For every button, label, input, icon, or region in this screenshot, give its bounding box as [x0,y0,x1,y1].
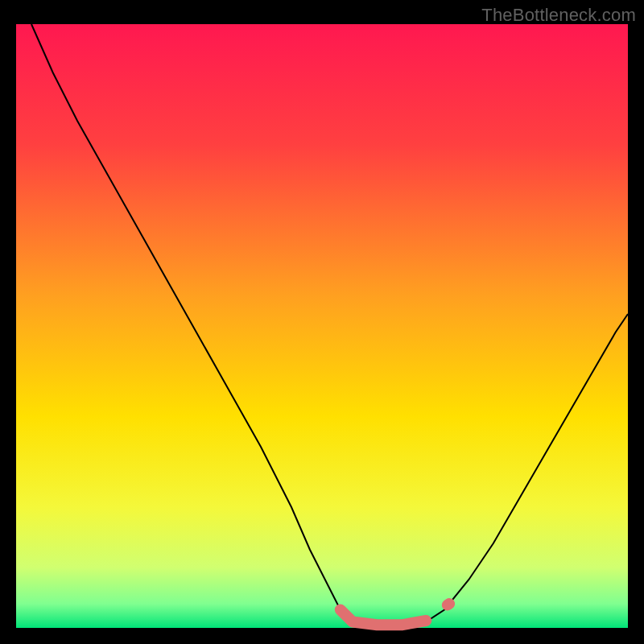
chart-svg [0,0,644,644]
plot-background [16,24,628,628]
chart-stage: TheBottleneck.com [0,0,644,644]
watermark-text: TheBottleneck.com [481,5,636,26]
series-trough-right-dot [448,604,449,605]
